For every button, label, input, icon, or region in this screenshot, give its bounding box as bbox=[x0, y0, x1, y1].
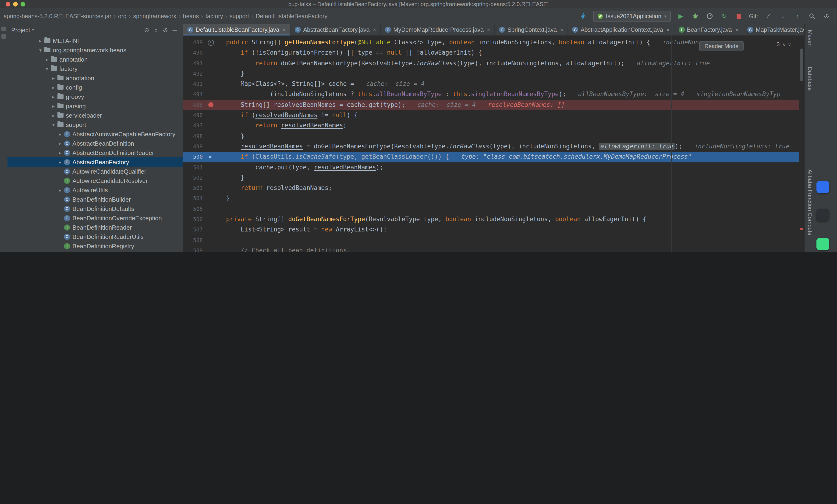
code-line[interactable]: 508 bbox=[183, 235, 799, 245]
editor-tab[interactable]: CAbstractApplicationContext.java× bbox=[568, 24, 674, 35]
code-line[interactable]: 502 } bbox=[183, 173, 799, 183]
error-stripe-mark[interactable] bbox=[800, 228, 803, 229]
line-number[interactable]: 492 bbox=[183, 69, 204, 79]
stop-button[interactable] bbox=[734, 12, 743, 20]
project-tree-item[interactable]: IBeanDefinitionRegistry bbox=[7, 241, 183, 250]
chevron-collapsed-icon[interactable]: ▸ bbox=[57, 160, 63, 165]
editor-tab[interactable]: IBeanFactory.java× bbox=[674, 24, 743, 35]
chevron-collapsed-icon[interactable]: ▸ bbox=[50, 94, 56, 99]
line-number[interactable]: 490 bbox=[183, 48, 204, 58]
run-button[interactable]: ▶ bbox=[677, 12, 685, 20]
close-icon[interactable]: × bbox=[283, 26, 286, 33]
project-tree-item[interactable]: ▸annotation bbox=[7, 55, 183, 64]
code-line[interactable]: 501 cache.put(type, resolvedBeanNames); bbox=[183, 162, 799, 173]
line-number[interactable]: 493 bbox=[183, 79, 204, 89]
line-number[interactable]: 495 bbox=[183, 100, 204, 110]
profiler-icon[interactable] bbox=[706, 12, 714, 20]
project-tree-item[interactable]: CAutowireCandidateQualifier bbox=[7, 167, 183, 176]
project-tree-item[interactable]: ▸serviceloader bbox=[7, 111, 183, 120]
chevron-collapsed-icon[interactable]: ▸ bbox=[50, 104, 56, 109]
editor-tab[interactable]: CMyDemoMapReducerProcess.java× bbox=[381, 24, 495, 35]
line-number[interactable]: 504 bbox=[183, 193, 204, 204]
line-number[interactable]: 498 bbox=[183, 131, 204, 142]
line-number[interactable]: 506 bbox=[183, 214, 204, 225]
chevron-collapsed-icon[interactable]: ▸ bbox=[57, 131, 63, 136]
project-tree-item[interactable]: IAutowireCandidateResolver bbox=[7, 176, 183, 185]
tool-stripe-alibaba-function-compute[interactable]: Alibaba Function Compute bbox=[807, 169, 813, 236]
project-tree-item[interactable]: ▸META-INF bbox=[7, 36, 183, 45]
project-tree-item[interactable]: ▸CAbstractBeanDefinitionReader bbox=[7, 148, 183, 157]
breadcrumb-item[interactable]: spring-beans-5.2.0.RELEASE-sources.jar bbox=[4, 13, 111, 19]
prev-highlight-icon[interactable]: ∧ bbox=[782, 42, 786, 47]
project-stripe-icon[interactable] bbox=[1, 26, 6, 31]
chevron-expanded-icon[interactable]: ▾ bbox=[50, 122, 56, 127]
chevron-collapsed-icon[interactable]: ▸ bbox=[57, 187, 63, 192]
breadcrumb-item[interactable]: org bbox=[118, 13, 127, 19]
debug-button[interactable] bbox=[691, 12, 699, 20]
project-tree-item[interactable]: ▸parsing bbox=[7, 101, 183, 111]
cloud-tool-green-icon[interactable] bbox=[817, 238, 829, 250]
close-icon[interactable]: × bbox=[666, 26, 670, 33]
code-line[interactable]: 498 } bbox=[183, 131, 799, 142]
code-line[interactable]: 507 List<String> result = new ArrayList<… bbox=[183, 225, 799, 235]
code-line[interactable]: 494 (includeNonSingletons ? this.allBean… bbox=[183, 89, 799, 100]
chevron-collapsed-icon[interactable]: ▸ bbox=[50, 113, 56, 118]
line-number[interactable]: 505 bbox=[183, 204, 204, 214]
code-line[interactable]: 491 return doGetBeanNamesForType(Resolva… bbox=[183, 58, 799, 69]
editor-tab[interactable]: CAbstractBeanFactory.java× bbox=[290, 24, 381, 35]
breakpoint-icon[interactable] bbox=[208, 102, 213, 108]
tool-stripe-database[interactable]: Database bbox=[807, 67, 813, 91]
project-tree-item[interactable]: ▸annotation bbox=[7, 73, 183, 82]
close-icon[interactable]: × bbox=[487, 26, 490, 33]
git-update-icon[interactable]: ↓ bbox=[779, 12, 787, 20]
run-configuration-select[interactable]: Issue2021Application ▾ bbox=[593, 11, 671, 22]
project-tree-item[interactable]: ▸groovy bbox=[7, 92, 183, 101]
locate-file-icon[interactable]: ⊙ bbox=[142, 26, 152, 34]
line-number[interactable]: 496 bbox=[183, 110, 204, 120]
project-tree-item[interactable]: IBeanDefinitionReader bbox=[7, 223, 183, 232]
project-tree-item[interactable]: ▾support bbox=[7, 120, 183, 129]
breadcrumb-item[interactable]: springframework bbox=[133, 13, 176, 19]
git-commit-icon[interactable]: ✓ bbox=[764, 12, 772, 20]
breadcrumb-item[interactable]: DefaultListableBeanFactory bbox=[256, 13, 327, 19]
project-tree-item[interactable]: ▾org.springframework.beans bbox=[7, 45, 183, 55]
code-line[interactable]: 492 } bbox=[183, 69, 799, 79]
code-line[interactable]: 505 bbox=[183, 204, 799, 214]
code-line[interactable]: 499 resolvedBeanNames = doGetBeanNamesFo… bbox=[183, 142, 799, 152]
line-number[interactable]: 508 bbox=[183, 235, 204, 245]
chevron-collapsed-icon[interactable]: ▸ bbox=[44, 57, 50, 62]
project-tree-item[interactable]: CBeanDefinitionDefaults bbox=[7, 204, 183, 213]
line-number[interactable]: 500 bbox=[183, 152, 204, 162]
cloud-tool-dark-icon[interactable] bbox=[817, 209, 829, 221]
line-number[interactable]: 507 bbox=[183, 225, 204, 235]
cloud-tool-blue-icon[interactable] bbox=[817, 181, 829, 193]
close-icon[interactable]: × bbox=[735, 26, 738, 33]
project-tree-item[interactable]: CBeanDefinitionReaderUtils bbox=[7, 232, 183, 241]
code-line[interactable]: 504} bbox=[183, 193, 799, 204]
line-number[interactable]: 497 bbox=[183, 120, 204, 131]
project-tree-item[interactable]: ▸CAutowireUtils bbox=[7, 185, 183, 194]
maximize-window-icon[interactable] bbox=[20, 2, 25, 6]
rerun-icon[interactable]: ↻ bbox=[720, 12, 728, 20]
minimize-window-icon[interactable] bbox=[13, 2, 18, 6]
chevron-collapsed-icon[interactable]: ▸ bbox=[57, 150, 63, 155]
breadcrumb-item[interactable]: beans bbox=[183, 13, 199, 19]
chevron-collapsed-icon[interactable]: ▸ bbox=[50, 75, 56, 80]
project-tree-item[interactable]: ▸CAbstractAutowireCapableBeanFactory bbox=[7, 129, 183, 138]
tool-stripe-maven[interactable]: Maven bbox=[807, 30, 813, 47]
code-line[interactable]: 506private String[] doGetBeanNamesForTyp… bbox=[183, 214, 799, 225]
chevron-expanded-icon[interactable]: ▾ bbox=[44, 66, 50, 71]
line-number[interactable]: 489 bbox=[183, 37, 204, 48]
code-line[interactable]: 503 return resolvedBeanNames; bbox=[183, 183, 799, 193]
code-editor[interactable]: 489↑public String[] getBeanNamesForType(… bbox=[183, 35, 804, 252]
project-tree-item[interactable]: ▸config bbox=[7, 82, 183, 92]
expand-collapse-icon[interactable]: ↕ bbox=[152, 26, 161, 34]
chevron-expanded-icon[interactable]: ▾ bbox=[37, 48, 43, 53]
inspections-widget[interactable]: 3 ∧ ∨ bbox=[777, 41, 791, 48]
search-icon[interactable] bbox=[807, 12, 816, 20]
structure-stripe-icon[interactable] bbox=[1, 34, 6, 39]
code-line[interactable]: 500▶ if (ClassUtils.isCacheSafe(type, ge… bbox=[183, 152, 799, 162]
editor-tab[interactable]: CMapTaskMaster.java× bbox=[743, 24, 804, 35]
chevron-collapsed-icon[interactable]: ▸ bbox=[37, 38, 43, 43]
chevron-collapsed-icon[interactable]: ▸ bbox=[57, 141, 63, 146]
